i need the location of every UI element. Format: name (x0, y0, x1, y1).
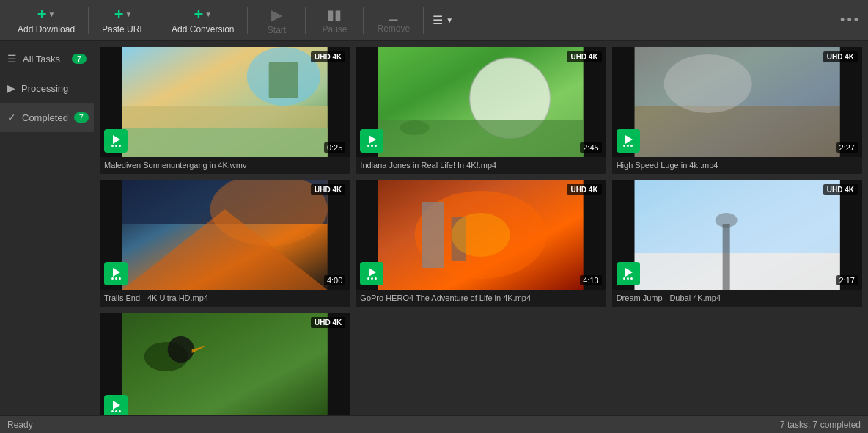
video-name: Dream Jump - Dubai 4K.mp4 (612, 290, 862, 307)
play-dots (111, 277, 121, 280)
all-tasks-label: All Tasks (23, 54, 60, 65)
dot-3 (630, 145, 633, 147)
video-card[interactable]: UHD 4K 0:25 Malediven Sonnenuntergang in… (100, 47, 350, 174)
duration-badge: 4:13 (580, 275, 601, 285)
sidebar: ☰ All Tasks 7 ▶ Processing ✓ Completed 7 (0, 41, 94, 415)
thumbnail-svg (100, 180, 350, 290)
duration-badge: 2:45 (580, 142, 601, 153)
ready-status: Ready (7, 420, 33, 430)
video-card[interactable]: UHD 4K 2:27 High Speed Luge in 4k!.mp4 (612, 47, 862, 174)
video-name: High Speed Luge in 4k!.mp4 (612, 157, 862, 174)
play-triangle-icon (625, 135, 633, 144)
sidebar-item-processing[interactable]: ▶ Processing (0, 73, 94, 103)
pause-label: Pause (322, 24, 347, 34)
video-card[interactable]: UHD 4K 2:45 Indiana Jones in Real Life! … (356, 47, 606, 174)
thumbnail-svg (100, 313, 350, 415)
video-card[interactable]: UHD 4K 2:17 Dream Jump - Dubai 4K.mp4 (612, 180, 862, 307)
dot-2 (627, 145, 629, 147)
svg-point-31 (168, 336, 194, 363)
play-button-overlay[interactable] (360, 129, 383, 153)
video-name: Indiana Jones in Real Life! In 4K!.mp4 (356, 157, 606, 174)
play-dots (367, 277, 377, 280)
dropdown-arrow-icon: ▼ (48, 10, 56, 18)
remove-label: Remove (377, 23, 410, 34)
dot-3 (630, 277, 633, 280)
thumbnail-svg (356, 180, 606, 290)
play-dots (367, 145, 377, 147)
play-button-overlay[interactable] (617, 262, 640, 285)
dot-2 (115, 277, 117, 280)
video-grid: UHD 4K 0:25 Malediven Sonnenuntergang in… (100, 47, 862, 415)
separator-2 (158, 7, 158, 34)
more-options-icon[interactable]: ••• (840, 12, 861, 28)
separator-4 (305, 7, 306, 34)
svg-rect-12 (634, 106, 839, 157)
sidebar-item-completed[interactable]: ✓ Completed 7 (0, 103, 94, 132)
conversion-dropdown-icon: ▼ (205, 10, 212, 18)
video-thumbnail[interactable]: UHD 4K 0:25 (100, 47, 350, 157)
video-thumbnail[interactable]: UHD 4K 2:45 (356, 47, 606, 157)
dot-3 (119, 410, 121, 412)
video-thumbnail[interactable]: UHD 4K 4:00 (100, 180, 350, 290)
svg-rect-4 (269, 62, 298, 98)
pause-icon: ▮▮ (327, 7, 342, 23)
processing-label: Processing (21, 83, 68, 94)
play-dots (623, 277, 633, 280)
hamburger-menu-button[interactable]: ☰ ▼ (427, 10, 459, 30)
uhd-badge: UHD 4K (311, 51, 345, 62)
separator-1 (88, 7, 89, 34)
uhd-badge: UHD 4K (567, 51, 601, 62)
separator-3 (247, 7, 248, 34)
separator-6 (423, 7, 424, 34)
processing-icon: ▶ (7, 82, 15, 94)
dot-1 (623, 145, 625, 147)
video-thumbnail[interactable]: UHD 4K 2:27 (612, 47, 862, 157)
add-download-button[interactable]: + ▼ Add Download (7, 4, 85, 37)
plus-icon: + (37, 7, 47, 23)
play-button-overlay[interactable] (617, 129, 640, 153)
dot-2 (371, 277, 373, 280)
all-tasks-badge: 7 (72, 54, 87, 64)
paste-url-label: Paste URL (102, 24, 144, 34)
completed-badge: 7 (74, 112, 89, 123)
thumbnail-svg (612, 180, 862, 290)
play-button-overlay[interactable] (104, 262, 128, 285)
dot-1 (111, 145, 114, 147)
play-triangle-icon (369, 135, 376, 144)
paste-plus-icon: + (114, 7, 124, 23)
remove-button[interactable]: ⎯ Remove (367, 4, 420, 37)
play-dots (111, 410, 121, 412)
toolbar: + ▼ Add Download + ▼ Paste URL + ▼ Add C… (0, 0, 868, 41)
play-button-overlay[interactable] (360, 262, 383, 285)
menu-arrow-icon: ▼ (446, 16, 453, 24)
play-button-overlay[interactable] (104, 395, 128, 415)
start-button[interactable]: ▶ Start (251, 3, 302, 38)
play-triangle-icon (113, 135, 120, 144)
video-thumbnail[interactable]: UHD 4K 4:13 (356, 180, 606, 290)
list-icon: ☰ (7, 53, 17, 65)
status-bar: Ready 7 tasks: 7 completed (0, 415, 868, 433)
completed-check-icon: ✓ (7, 112, 16, 123)
add-download-label: Add Download (18, 24, 75, 34)
sidebar-item-all-tasks[interactable]: ☰ All Tasks 7 (0, 44, 94, 73)
play-button-overlay[interactable] (104, 129, 128, 153)
hamburger-icon: ☰ (433, 13, 443, 27)
add-conversion-label: Add Conversion (172, 24, 234, 34)
uhd-badge: UHD 4K (311, 317, 345, 328)
video-card[interactable]: UHD 4K UHD 4K bird video.mp4 (100, 313, 350, 415)
add-conversion-button[interactable]: + ▼ Add Conversion (161, 4, 244, 37)
duration-badge: 2:27 (836, 142, 858, 153)
video-thumbnail[interactable]: UHD 4K (100, 313, 350, 415)
video-grid-container[interactable]: UHD 4K 0:25 Malediven Sonnenuntergang in… (94, 41, 868, 415)
uhd-badge: UHD 4K (823, 51, 858, 62)
pause-button[interactable]: ▮▮ Pause (309, 4, 360, 37)
paste-url-button[interactable]: + ▼ Paste URL (92, 4, 155, 37)
remove-minus-icon: ⎯ (389, 7, 397, 22)
video-card[interactable]: UHD 4K 4:00 Trails End - 4K Ultra HD.mp4 (100, 180, 350, 307)
duration-badge: 0:25 (324, 142, 345, 153)
dot-2 (371, 145, 373, 147)
play-triangle-icon (113, 401, 120, 410)
start-play-icon: ▶ (271, 6, 282, 23)
video-card[interactable]: UHD 4K 4:13 GoPro HERO4 The Adventure of… (356, 180, 606, 307)
video-thumbnail[interactable]: UHD 4K 2:17 (612, 180, 862, 290)
